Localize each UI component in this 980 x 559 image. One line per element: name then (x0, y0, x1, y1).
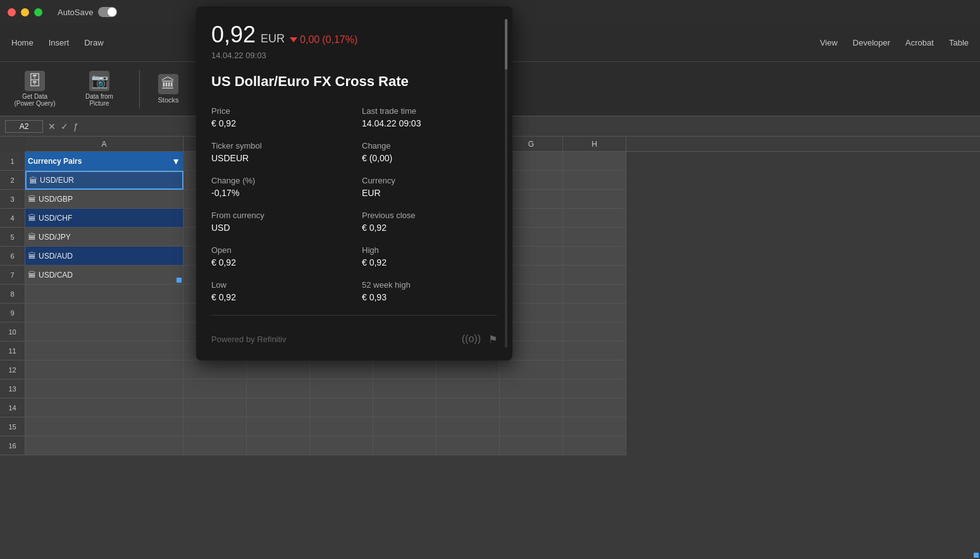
card-divider (211, 315, 497, 316)
stocks-label: Stocks (158, 96, 178, 104)
database-icon: 🗄 (25, 71, 45, 91)
row-num-8: 8 (0, 285, 25, 304)
usd-cad-label: USD/CAD (39, 271, 73, 280)
cancel-icon: ✕ (48, 121, 56, 132)
flag-icon[interactable]: ⚑ (488, 333, 497, 345)
bank-icon: 🏛 (28, 194, 36, 204)
data-from-picture-button[interactable]: 📷 Data from Picture (72, 68, 127, 109)
field-ltt-label: Last trade time (362, 106, 497, 116)
empty-a10[interactable] (25, 322, 183, 341)
change-pct: (0,17%) (322, 34, 357, 46)
field-prevclose-label: Previous close (362, 211, 497, 220)
ribbon-separator (139, 70, 140, 108)
broadcast-icon[interactable]: ((o)) (462, 333, 481, 345)
bank-icon: 🏛 (29, 176, 37, 185)
col-header-h: H (563, 137, 626, 151)
bank-icon: 🏛 (28, 270, 36, 280)
row-num-4: 4 (0, 209, 25, 228)
row-num-16: 16 (0, 436, 25, 455)
usd-chf-label: USD/CHF (39, 214, 72, 223)
row-num-1: 1 (0, 152, 25, 171)
field-open-label: Open (211, 245, 347, 255)
field-currency-label: Currency (362, 176, 497, 185)
change-value: 0,00 (300, 34, 319, 46)
row-num-3: 3 (0, 190, 25, 209)
cell-h2[interactable] (563, 171, 626, 190)
empty-a8[interactable] (25, 285, 183, 304)
autosave-toggle[interactable] (98, 7, 117, 17)
tab-acrobat[interactable]: Acrobat (899, 35, 940, 50)
usd-aud-label: USD/AUD (39, 252, 73, 261)
field-changepct-value: -0,17% (211, 188, 347, 198)
price-change: 0,00 (0,17%) (290, 34, 357, 46)
close-button[interactable] (8, 8, 16, 16)
field-change-pct: Change (%) -0,17% (211, 176, 347, 198)
cell-h7[interactable] (563, 266, 626, 285)
field-open-value: € 0,92 (211, 257, 347, 267)
field-high-label: High (362, 245, 497, 255)
get-data-label: Get Data (Power Query) (13, 93, 57, 107)
field-ticker: Ticker symbol USDEUR (211, 141, 347, 163)
tab-insert[interactable]: Insert (42, 35, 76, 50)
price-main: 0,92 (211, 22, 256, 48)
formula-bar-icons: ✕ ✓ ƒ (48, 121, 78, 132)
field-currency: Currency EUR (362, 176, 497, 198)
minimize-button[interactable] (21, 8, 29, 16)
tab-draw[interactable]: Draw (78, 35, 109, 50)
field-52wk-high: 52 week high € 0,93 (362, 280, 497, 302)
cell-reference-input[interactable]: A2 (5, 120, 43, 133)
cell-h8[interactable] (563, 285, 626, 304)
col-header-a: A (25, 137, 183, 151)
dropdown-icon[interactable]: ▼ (171, 156, 180, 166)
tab-developer[interactable]: Developer (847, 35, 896, 50)
usd-gbp-cell[interactable]: 🏛 USD/GBP (25, 190, 183, 209)
table-row (25, 379, 980, 398)
stocks-button[interactable]: 🏛 Stocks (152, 71, 184, 106)
field-ltt-value: 14.04.22 09:03 (362, 118, 497, 128)
usd-eur-label: USD/EUR (40, 176, 74, 185)
table-row (25, 417, 980, 436)
field-currency-value: EUR (362, 188, 497, 198)
card-fields-grid: Price € 0,92 Last trade time 14.04.22 09… (211, 106, 497, 302)
currency-pairs-label: Currency Pairs (28, 157, 82, 166)
card-title: US Dollar/Euro FX Cross Rate (211, 73, 497, 91)
row-num-15: 15 (0, 417, 25, 436)
usd-cad-cell[interactable]: 🏛 USD/CAD (25, 266, 183, 285)
field-price-value: € 0,92 (211, 118, 347, 128)
cell-h3[interactable] (563, 190, 626, 209)
cell-h5[interactable] (563, 228, 626, 247)
maximize-button[interactable] (34, 8, 42, 16)
usd-jpy-cell[interactable]: 🏛 USD/JPY (25, 228, 183, 247)
scrollbar[interactable] (505, 19, 507, 348)
table-row (25, 360, 980, 379)
footer-icons: ((o)) ⚑ (462, 333, 497, 345)
price-currency: EUR (261, 32, 285, 46)
field-change-value: € (0,00) (362, 153, 497, 163)
scrollbar-thumb[interactable] (505, 19, 507, 70)
empty-a9[interactable] (25, 304, 183, 322)
camera-icon: 📷 (89, 71, 109, 91)
data-from-picture-label: Data from Picture (77, 93, 121, 107)
field-open: Open € 0,92 (211, 245, 347, 267)
field-fromcurrency-value: USD (211, 223, 347, 233)
cell-h4[interactable] (563, 209, 626, 228)
row-num-5: 5 (0, 228, 25, 247)
data-card: 0,92 EUR 0,00 (0,17%) 14.04.22 09:03 US … (196, 6, 512, 360)
title-bar-text: AutoSave (58, 7, 117, 17)
empty-a11[interactable] (25, 341, 183, 360)
tab-home[interactable]: Home (5, 35, 40, 50)
tab-table[interactable]: Table (943, 35, 975, 50)
bank-icon: 🏛 (28, 232, 36, 242)
cell-h1[interactable] (563, 152, 626, 171)
tab-view[interactable]: View (814, 35, 844, 50)
usd-aud-cell[interactable]: 🏛 USD/AUD (25, 247, 183, 266)
cell-h6[interactable] (563, 247, 626, 266)
usd-chf-cell[interactable]: 🏛 USD/CHF (25, 209, 183, 228)
get-data-button[interactable]: 🗄 Get Data (Power Query) (8, 68, 62, 109)
row-num-12: 12 (0, 360, 25, 379)
header-cell[interactable]: Currency Pairs ▼ (25, 152, 183, 171)
usd-eur-cell[interactable]: 🏛 USD/EUR (25, 171, 183, 190)
card-timestamp: 14.04.22 09:03 (211, 51, 497, 60)
field-low-label: Low (211, 280, 347, 290)
stocks-icon: 🏛 (158, 74, 178, 94)
